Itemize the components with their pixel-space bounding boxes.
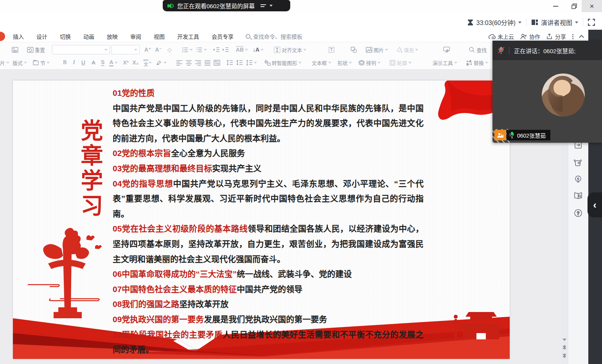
- smart-graphic-button[interactable]: 转智能图形: [264, 59, 302, 66]
- slide-layout-icon-button[interactable]: [12, 47, 18, 53]
- align-right-button[interactable]: [195, 59, 201, 66]
- decrease-indent-button[interactable]: [213, 47, 220, 53]
- wps-home-tab-icon[interactable]: [0, 32, 5, 41]
- restore-icon: [571, 4, 577, 9]
- smart-graphic-label: 转智能图形: [272, 59, 297, 66]
- expand-panel-tab[interactable]: ‹: [588, 192, 602, 217]
- layout-button[interactable]: 版式: [13, 59, 27, 66]
- caret-icon: [6, 62, 9, 64]
- subscript-button[interactable]: X₂: [133, 59, 139, 66]
- share-button[interactable]: 分享: [546, 32, 566, 40]
- slide-heading: 04党的指导思想: [113, 179, 173, 188]
- resource-pane-icon[interactable]: [573, 158, 583, 167]
- caret-icon: [190, 49, 193, 51]
- fullscreen-button[interactable]: [588, 19, 595, 26]
- shadow-button[interactable]: S: [101, 59, 104, 66]
- mic-muted-icon[interactable]: [498, 47, 504, 54]
- next-slide-icon[interactable]: [562, 356, 566, 358]
- justify-button[interactable]: [204, 59, 211, 66]
- phonetic-guide-button[interactable]: wén 文: [143, 59, 149, 67]
- slide-paragraph: 08我们的强国之路坚持改革开放: [113, 297, 424, 312]
- search-text: 查找命令、搜索模板: [253, 32, 302, 40]
- ribbon-tab[interactable]: 放映: [107, 32, 118, 40]
- font-color-button[interactable]: A: [109, 59, 117, 66]
- increase-indent-button[interactable]: [222, 47, 229, 53]
- banner-caret-icon[interactable]: [270, 5, 273, 7]
- presenter-tools-button[interactable]: 演示工具: [433, 59, 457, 66]
- banner-menu-icon[interactable]: [261, 4, 266, 7]
- align-left-button[interactable]: [176, 59, 183, 66]
- minimize-button[interactable]: [548, 0, 563, 12]
- ribbon-tab[interactable]: 开发工具: [177, 32, 199, 40]
- ribbon-tab[interactable]: 切换: [60, 32, 71, 40]
- highlight-button[interactable]: [156, 59, 167, 66]
- timer-control[interactable]: 33:03(60分钟): [467, 18, 521, 27]
- slide-canvas[interactable]: 党章学习: [13, 81, 510, 359]
- speaker-on-icon: [167, 3, 174, 9]
- spacing-options-button[interactable]: [246, 59, 257, 66]
- contact-photo-badge: [494, 130, 506, 140]
- close-button[interactable]: ×: [582, 0, 602, 12]
- ribbon-tab[interactable]: 视图: [154, 32, 165, 40]
- clear-format-button[interactable]: ◇: [167, 47, 172, 53]
- ribbon-tab[interactable]: 会员专享: [212, 32, 234, 40]
- caret-icon: [261, 49, 264, 51]
- superscript-button[interactable]: X²: [123, 59, 129, 66]
- ribbon-tab[interactable]: 审阅: [130, 32, 141, 40]
- increase-font-button[interactable]: A⁺: [144, 47, 151, 53]
- cloud-icon: [488, 34, 496, 39]
- new-slide-button[interactable]: 片: [0, 59, 9, 66]
- command-search[interactable]: 查找命令、搜索模板: [246, 30, 302, 42]
- slide-heading: 03党的最高理想和最终目标: [113, 164, 212, 173]
- ribbon-tab[interactable]: 设计: [36, 32, 47, 40]
- fullscreen-icon: [588, 19, 595, 26]
- reset-button[interactable]: 重置: [27, 46, 45, 54]
- collapse-ribbon-icon[interactable]: [579, 35, 584, 40]
- slide-body-text: 坚持改革开放: [179, 299, 228, 308]
- replace-button[interactable]: AB 替换: [466, 59, 488, 66]
- line-spacing-button[interactable]: [226, 59, 233, 66]
- textbox-button[interactable]: 文本框: [312, 59, 331, 66]
- text-direction-button[interactable]: ↓A: [253, 47, 264, 53]
- more-options-icon[interactable]: [572, 34, 573, 39]
- inspiration-pane-icon[interactable]: [573, 174, 583, 184]
- collaborate-button[interactable]: 协作: [520, 32, 540, 40]
- view-mode-text: 演讲者视图: [541, 18, 572, 27]
- find-label: 查找: [476, 46, 487, 54]
- distribute-button[interactable]: [214, 59, 220, 66]
- font-name-combo[interactable]: [52, 45, 110, 54]
- ribbon-tab[interactable]: 动画: [83, 32, 94, 40]
- slide-paragraph: 05党在社会主义初级阶段的基本路线领导和团结全国各族人民，以经济建设为中心，坚持…: [113, 221, 424, 267]
- scroll-down-icon[interactable]: [562, 339, 566, 341]
- picture-button[interactable]: 图片: [366, 46, 388, 54]
- ribbon-tab[interactable]: 插入: [13, 32, 24, 40]
- bullet-list-button[interactable]: [182, 47, 193, 53]
- strikethrough-button[interactable]: A: [92, 59, 95, 66]
- italic-button[interactable]: I: [73, 59, 75, 66]
- caret-icon: [47, 62, 50, 64]
- caret-icon: [385, 49, 388, 51]
- phonetic-top-label: wén: [143, 59, 149, 61]
- align-center-button[interactable]: [185, 59, 192, 66]
- align-text-button[interactable]: 对齐文本: [274, 46, 306, 54]
- view-mode-control[interactable]: 演讲者视图: [531, 18, 578, 27]
- find-button[interactable]: 查找: [469, 46, 487, 54]
- arrange-button[interactable]: 排列: [358, 59, 381, 66]
- numbered-list-button[interactable]: [196, 47, 207, 53]
- char-direction-button[interactable]: AB: [236, 47, 248, 53]
- slide-heading: 06中国革命取得成功的“三大法宝”: [113, 269, 237, 278]
- restore-button[interactable]: [566, 0, 582, 12]
- underline-button[interactable]: U: [81, 59, 85, 66]
- bold-button[interactable]: B: [63, 59, 66, 66]
- font-size-combo[interactable]: [111, 45, 140, 54]
- decrease-font-button[interactable]: A⁻: [155, 47, 162, 53]
- watch-banner[interactable]: 您正在观看0602张慧茹的屏幕: [163, 0, 290, 11]
- help-pane-icon[interactable]: ?: [573, 208, 583, 218]
- video-call-panel[interactable]: 正在讲话：0602张慧茹; 0602张慧茹: [492, 41, 602, 143]
- shapes-button[interactable]: 形状: [338, 59, 352, 66]
- paragraph-spacing-button[interactable]: [236, 59, 243, 66]
- cloud-status[interactable]: 未上云: [488, 32, 514, 40]
- section-button[interactable]: 节: [32, 59, 50, 66]
- reader-pane-icon[interactable]: [573, 191, 583, 200]
- previous-slide-icon[interactable]: [562, 347, 566, 349]
